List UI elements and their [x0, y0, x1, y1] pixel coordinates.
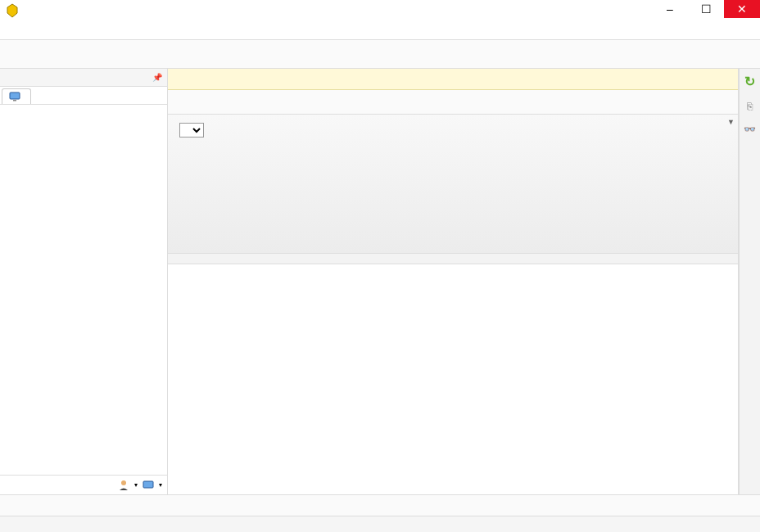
minimize-button[interactable]: –: [652, 0, 688, 18]
svg-rect-1: [13, 100, 16, 101]
svg-rect-0: [10, 92, 20, 99]
app-icon: [5, 3, 20, 18]
svg-point-2: [121, 480, 126, 485]
records-header: [168, 254, 738, 264]
binoculars-icon[interactable]: 👓: [744, 124, 756, 135]
tab-machines[interactable]: [2, 88, 31, 104]
monitor-icon: [9, 92, 20, 101]
breadcrumb: [168, 69, 738, 90]
menu-bar: [0, 23, 760, 39]
chart-legend: [412, 123, 726, 245]
refresh-icon[interactable]: ↻: [744, 74, 755, 89]
svg-rect-3: [143, 481, 153, 488]
chevron-down-icon[interactable]: ▼: [727, 118, 735, 126]
bracket-icon[interactable]: ⎘: [747, 101, 753, 112]
pie-chart: [214, 123, 402, 245]
maximize-button[interactable]: ☐: [688, 0, 724, 18]
sidebar-header: 📌: [0, 69, 167, 87]
user-icon[interactable]: [118, 480, 129, 491]
ready-bar: [0, 516, 760, 532]
title-bar: – ☐ ✕: [0, 0, 760, 23]
main-toolbar: [0, 39, 760, 69]
machine-tree: [0, 105, 167, 475]
pin-icon[interactable]: 📌: [152, 73, 162, 82]
records-table: [168, 264, 738, 494]
close-button[interactable]: ✕: [724, 0, 760, 18]
chart-dropdown[interactable]: [179, 123, 204, 138]
main-panel: ▼: [168, 69, 739, 494]
action-bar: [168, 90, 738, 115]
chart-panel: ▼: [168, 115, 738, 254]
right-rail: ↻ ⎘ 👓: [739, 69, 760, 494]
monitor-icon[interactable]: [142, 480, 154, 490]
sidebar: 📌 ▾ ▾: [0, 69, 168, 494]
status-bar: [0, 494, 760, 516]
